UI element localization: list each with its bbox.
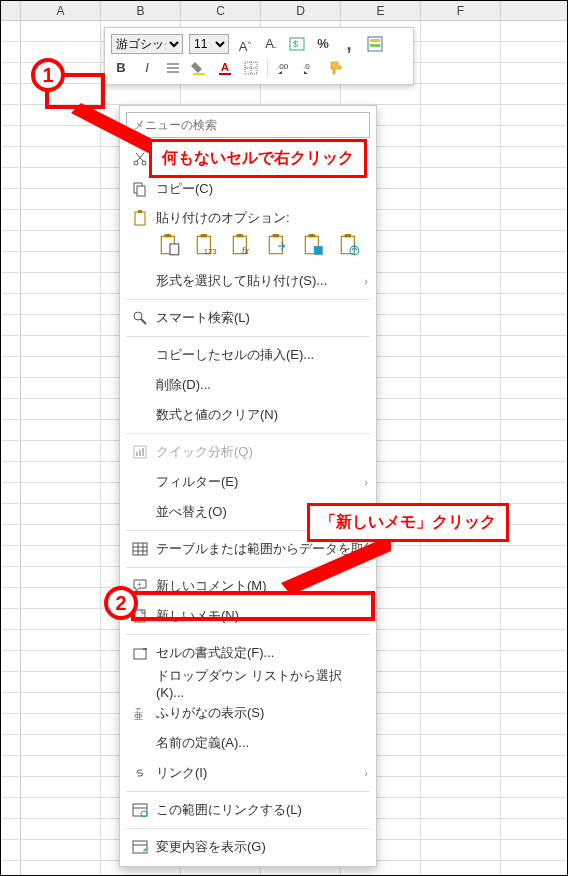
- format-cells-icon: [128, 643, 152, 663]
- svg-rect-21: [137, 186, 145, 196]
- table-icon: [128, 539, 152, 559]
- link-icon: [128, 763, 152, 783]
- menu-clear[interactable]: 数式と値のクリア(N): [120, 400, 376, 430]
- increase-font-icon[interactable]: A^: [235, 34, 255, 54]
- column-headers: A B C D E F: [1, 1, 567, 21]
- svg-text:A: A: [221, 61, 229, 73]
- menu-smart-lookup[interactable]: スマート検索(L): [120, 303, 376, 333]
- menu-label: リンク(I): [156, 764, 364, 782]
- menu-link[interactable]: リンク(I) ›: [120, 758, 376, 788]
- menu-dropdown-pick[interactable]: ドロップダウン リストから選択(K)...: [120, 668, 376, 698]
- font-color-icon[interactable]: A: [215, 58, 235, 78]
- menu-label: コピーしたセルの挿入(E)...: [156, 346, 368, 364]
- chevron-right-icon: ›: [364, 275, 368, 287]
- svg-text:.0: .0: [303, 62, 310, 71]
- svg-rect-25: [165, 234, 172, 237]
- menu-filter[interactable]: フィルター(E) ›: [120, 467, 376, 497]
- paste-values-icon[interactable]: 123: [192, 230, 220, 260]
- align-icon[interactable]: [163, 58, 183, 78]
- decrease-font-icon[interactable]: Aˇ: [261, 34, 281, 54]
- menu-format-cells[interactable]: セルの書式設定(F)...: [120, 638, 376, 668]
- svg-rect-26: [170, 244, 179, 255]
- annotation-step-1-badge: 1: [31, 58, 65, 92]
- paste-default-icon[interactable]: [156, 230, 184, 260]
- svg-text:.00: .00: [277, 62, 289, 71]
- menu-delete[interactable]: 削除(D)...: [120, 370, 376, 400]
- annotation-step-2-badge: 2: [104, 586, 138, 620]
- paste-formatting-icon[interactable]: [300, 230, 328, 260]
- conditional-format-icon[interactable]: [365, 34, 385, 54]
- svg-text:亜: 亜: [134, 711, 143, 721]
- svg-point-41: [134, 312, 142, 320]
- svg-marker-66: [281, 535, 391, 595]
- paste-transpose-icon[interactable]: [264, 230, 292, 260]
- menu-label: 名前の定義(A)...: [156, 734, 368, 752]
- fill-color-icon[interactable]: [189, 58, 209, 78]
- menu-label: スマート検索(L): [156, 309, 368, 327]
- col-header-a[interactable]: A: [21, 1, 101, 20]
- chevron-right-icon: ›: [364, 476, 368, 488]
- menu-link-to-range[interactable]: この範囲にリンクする(L): [120, 795, 376, 825]
- svg-point-57: [145, 648, 147, 650]
- svg-marker-65: [71, 103, 156, 157]
- separator: [126, 433, 370, 434]
- svg-rect-10: [219, 73, 231, 75]
- svg-rect-36: [309, 234, 316, 237]
- menu-show-changes[interactable]: 変更内容を表示(G): [120, 832, 376, 862]
- menu-copy[interactable]: コピー(C): [120, 174, 376, 204]
- mini-format-toolbar: 游ゴシック 11 A^ Aˇ $ % , B I A .00: [104, 27, 414, 85]
- copy-icon: [128, 179, 152, 199]
- format-painter-icon[interactable]: [326, 58, 346, 78]
- menu-label: セルの書式設定(F)...: [156, 644, 368, 662]
- annotation-step-1-callout: 何もないセルで右クリック: [149, 139, 367, 178]
- increase-decimal-icon[interactable]: .00: [274, 58, 294, 78]
- paste-link-icon[interactable]: [336, 230, 364, 260]
- svg-rect-60: [133, 804, 147, 816]
- svg-rect-22: [135, 212, 145, 225]
- separator: [126, 336, 370, 337]
- svg-rect-47: [133, 543, 147, 555]
- percent-format-icon[interactable]: %: [313, 34, 333, 54]
- svg-rect-4: [370, 44, 380, 47]
- link-range-icon: [128, 800, 152, 820]
- italic-button[interactable]: I: [137, 58, 157, 78]
- menu-label: 変更内容を表示(G): [156, 838, 368, 856]
- menu-phonetic[interactable]: ア亜 ふりがなの表示(S): [120, 698, 376, 728]
- col-header-e[interactable]: E: [341, 1, 421, 20]
- accounting-format-icon[interactable]: $: [287, 34, 307, 54]
- font-size-select[interactable]: 11: [189, 34, 229, 54]
- paste-icon: [128, 208, 152, 228]
- bold-button[interactable]: B: [111, 58, 131, 78]
- svg-rect-31: [237, 234, 244, 237]
- menu-define-name[interactable]: 名前の定義(A)...: [120, 728, 376, 758]
- menu-label: この範囲にリンクする(L): [156, 801, 368, 819]
- menu-new-note[interactable]: + 新しいメモ(N): [120, 601, 376, 631]
- svg-point-16: [134, 161, 138, 165]
- menu-quick-analysis: クイック分析(Q): [120, 437, 376, 467]
- borders-icon[interactable]: [241, 58, 261, 78]
- annotation-step-2-arrow: [281, 533, 401, 601]
- separator: [126, 299, 370, 300]
- svg-rect-45: [139, 450, 141, 456]
- svg-rect-23: [138, 210, 142, 213]
- col-header-f[interactable]: F: [421, 1, 501, 20]
- svg-rect-44: [136, 452, 138, 456]
- menu-label: 形式を選択して貼り付け(S)...: [156, 272, 364, 290]
- paste-formulas-icon[interactable]: fx: [228, 230, 256, 260]
- svg-rect-34: [273, 234, 280, 237]
- col-header-d[interactable]: D: [261, 1, 341, 20]
- svg-text:123: 123: [204, 247, 217, 256]
- select-all-corner[interactable]: [1, 1, 21, 20]
- menu-label: フィルター(E): [156, 473, 364, 491]
- svg-rect-8: [193, 73, 205, 75]
- comma-format-icon[interactable]: ,: [339, 34, 359, 54]
- phonetic-icon: ア亜: [128, 703, 152, 723]
- svg-point-56: [143, 648, 145, 650]
- font-family-select[interactable]: 游ゴシック: [111, 34, 183, 54]
- menu-paste-special[interactable]: 形式を選択して貼り付け(S)... ›: [120, 266, 376, 296]
- col-header-b[interactable]: B: [101, 1, 181, 20]
- col-header-c[interactable]: C: [181, 1, 261, 20]
- menu-insert-copied[interactable]: コピーしたセルの挿入(E)...: [120, 340, 376, 370]
- svg-text:fx: fx: [242, 246, 249, 256]
- decrease-decimal-icon[interactable]: .0: [300, 58, 320, 78]
